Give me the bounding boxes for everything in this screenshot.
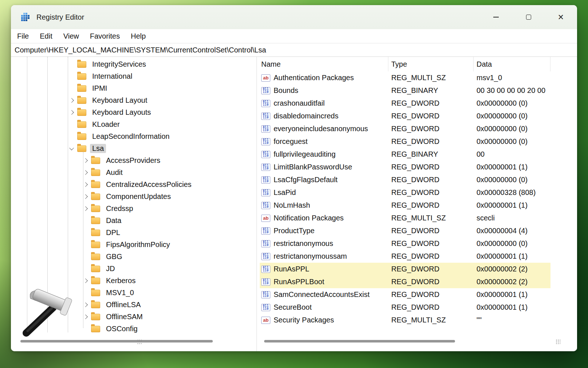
minimize-button[interactable] — [480, 5, 512, 29]
chevron-icon[interactable] — [79, 303, 91, 306]
chevron-icon[interactable] — [79, 279, 91, 282]
value-row[interactable]: 011110 LsaCfgFlagsDefault REG_DWORD 0x00… — [260, 173, 550, 186]
chevron-icon[interactable] — [66, 147, 77, 150]
value-row[interactable]: 011110 RunAsPPL REG_DWORD 0x00000002 (2) — [260, 263, 550, 275]
chevron-icon[interactable] — [79, 231, 91, 234]
tree-item-label: FipsAlgorithmPolicy — [104, 240, 172, 249]
value-row[interactable]: 011110 everyoneincludesanonymous REG_DWO… — [260, 122, 550, 135]
value-row[interactable]: 011110 Bounds REG_BINARY 00 30 00 00 00 … — [260, 84, 550, 97]
tree-item[interactable]: ComponentUpdates — [11, 191, 256, 203]
value-name: NoLmHash — [274, 201, 310, 210]
value-type-icon: 011110 — [261, 278, 270, 286]
tree-item[interactable]: AccessProviders — [11, 154, 256, 167]
chevron-icon[interactable] — [79, 171, 91, 174]
chevron-icon[interactable] — [66, 75, 77, 78]
list-horizontal-scrollbar[interactable] — [264, 340, 455, 342]
chevron-icon[interactable] — [79, 243, 91, 246]
value-row[interactable]: 011110 SecureBoot REG_DWORD 0x00000001 (… — [260, 301, 550, 314]
tree-item-label: Data — [104, 216, 124, 225]
chevron-icon[interactable] — [66, 111, 77, 114]
value-row[interactable]: 011110 ProductType REG_DWORD 0x00000004 … — [260, 224, 550, 237]
chevron-icon[interactable] — [79, 183, 91, 186]
value-row[interactable]: 011110 SamConnectedAccountsExist REG_DWO… — [260, 288, 550, 301]
value-name: LimitBlankPasswordUse — [274, 163, 352, 171]
chevron-icon[interactable] — [79, 219, 91, 222]
menu-help[interactable]: Help — [125, 31, 151, 42]
chevron-icon[interactable] — [79, 207, 91, 210]
close-button[interactable]: × — [545, 5, 577, 29]
tree-item[interactable]: JD — [11, 263, 256, 275]
tree-item[interactable]: CentralizedAccessPolicies — [11, 179, 256, 191]
value-row[interactable]: 011110 RunAsPPLBoot REG_DWORD 0x00000002… — [260, 275, 550, 288]
value-row[interactable]: ab Notification Packages REG_MULTI_SZ sc… — [260, 212, 550, 224]
string-icon-glyph: ab — [263, 215, 268, 221]
chevron-icon[interactable] — [79, 255, 91, 258]
menu-file[interactable]: File — [12, 31, 34, 42]
title-bar[interactable]: Registry Editor × — [11, 5, 577, 29]
chevron-icon[interactable] — [66, 87, 77, 90]
value-row[interactable]: 011110 disabledomaincreds REG_DWORD 0x00… — [260, 110, 550, 122]
tree-item-label: Kerberos — [104, 276, 138, 285]
chevron-icon[interactable] — [79, 159, 91, 162]
value-name-cell: 011110 SamConnectedAccountsExist — [260, 290, 388, 299]
value-data: 0x00000000 (0) — [474, 99, 550, 107]
chevron-icon[interactable] — [66, 135, 77, 138]
tree-item-label: Lsa — [90, 144, 106, 153]
chevron-icon[interactable] — [66, 123, 77, 126]
chevron-icon[interactable] — [66, 63, 77, 66]
value-row[interactable]: 011110 restrictanonymous REG_DWORD 0x000… — [260, 237, 550, 250]
value-row[interactable]: 011110 fullprivilegeauditing REG_BINARY … — [260, 148, 550, 161]
tree-item[interactable]: KLoader — [11, 118, 256, 130]
menu-edit[interactable]: Edit — [34, 31, 58, 42]
tree-item[interactable]: Credssp — [11, 203, 256, 215]
folder-icon — [77, 73, 86, 80]
menu-favorites[interactable]: Favorites — [85, 31, 125, 42]
tree-item[interactable]: Keyboard Layout — [11, 94, 256, 106]
chevron-icon[interactable] — [79, 328, 91, 330]
tree-item[interactable]: Lsa — [11, 142, 256, 154]
binary-icon-glyph-bottom: 110 — [263, 282, 269, 285]
maximize-button[interactable] — [512, 5, 545, 29]
tree-item[interactable]: FipsAlgorithmPolicy — [11, 239, 256, 251]
tree-item[interactable]: Kerberos — [11, 275, 256, 287]
value-row[interactable]: 011110 forceguest REG_DWORD 0x00000000 (… — [260, 135, 550, 148]
string-icon-glyph: ab — [263, 317, 268, 323]
value-row[interactable]: 011110 LsaPid REG_DWORD 0x00000328 (808) — [260, 186, 550, 199]
value-type: REG_DWORD — [388, 265, 474, 273]
menu-view[interactable]: View — [58, 31, 85, 42]
column-header-name[interactable]: Name — [260, 57, 388, 71]
tree-item[interactable]: International — [11, 70, 256, 82]
value-row[interactable]: 011110 LimitBlankPasswordUse REG_DWORD 0… — [260, 161, 550, 173]
chevron-icon[interactable] — [79, 291, 91, 294]
minimize-icon — [493, 17, 499, 17]
tree-item[interactable]: LeapSecondInformation — [11, 130, 256, 142]
tree-item[interactable]: GBG — [11, 251, 256, 263]
chevron-icon[interactable] — [79, 315, 91, 318]
chevron-icon[interactable] — [66, 99, 77, 102]
tree-item[interactable]: Data — [11, 215, 256, 227]
value-data: 0x00000001 (1) — [474, 163, 550, 171]
value-type: REG_DWORD — [388, 137, 474, 146]
value-type-icon: ab — [261, 317, 270, 324]
tree-item[interactable]: Audit — [11, 167, 256, 179]
tree-item[interactable]: Keyboard Layouts — [11, 106, 256, 118]
value-row[interactable]: 011110 NoLmHash REG_DWORD 0x00000001 (1) — [260, 199, 550, 212]
value-type: REG_DWORD — [388, 125, 474, 133]
tree-item-label: MSV1_0 — [104, 288, 136, 297]
column-header-type[interactable]: Type — [388, 57, 474, 71]
tree-item[interactable]: IPMI — [11, 82, 256, 94]
value-row[interactable]: 011110 restrictanonymoussam REG_DWORD 0x… — [260, 250, 550, 263]
address-bar[interactable]: Computer\HKEY_LOCAL_MACHINE\SYSTEM\Curre… — [11, 43, 577, 57]
chevron-icon[interactable] — [79, 267, 91, 270]
list-resize-grip[interactable] — [556, 339, 560, 344]
value-row[interactable]: ab Security Packages REG_MULTI_SZ "" — [260, 314, 550, 326]
value-type-icon: 011110 — [261, 164, 270, 171]
column-header-data[interactable]: Data — [474, 57, 550, 71]
chevron-icon[interactable] — [79, 195, 91, 198]
value-row[interactable]: 011110 crashonauditfail REG_DWORD 0x0000… — [260, 97, 550, 110]
value-row[interactable]: ab Authentication Packages REG_MULTI_SZ … — [260, 71, 550, 84]
tree-item[interactable]: IntegrityServices — [11, 58, 256, 70]
binary-icon-glyph-bottom: 110 — [263, 142, 269, 145]
tree-item[interactable]: DPL — [11, 227, 256, 239]
binary-icon-glyph-bottom: 110 — [263, 269, 269, 272]
